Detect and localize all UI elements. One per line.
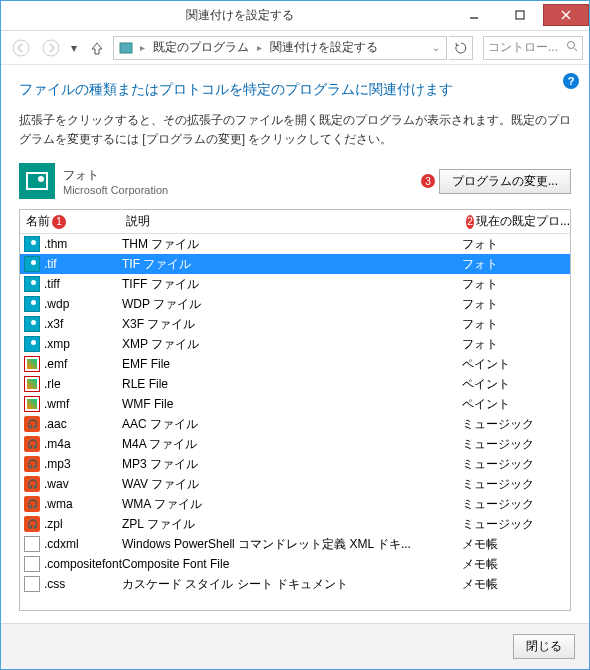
titlebar: 関連付けを設定する bbox=[1, 1, 589, 31]
svg-rect-1 bbox=[516, 11, 524, 19]
desc-cell: XMP ファイル bbox=[122, 336, 462, 353]
svg-point-5 bbox=[43, 40, 59, 56]
program-cell: ペイント bbox=[462, 356, 570, 373]
table-row[interactable]: .m4aM4A ファイルミュージック bbox=[20, 434, 570, 454]
refresh-button[interactable] bbox=[449, 36, 473, 60]
table-row[interactable]: .xmpXMP ファイルフォト bbox=[20, 334, 570, 354]
chevron-right-icon: ▸ bbox=[138, 42, 147, 53]
chevron-down-icon[interactable]: ⌄ bbox=[430, 42, 442, 53]
location-icon bbox=[118, 40, 134, 56]
file-type-icon bbox=[24, 396, 40, 412]
file-type-list: 名前 1 説明 2 現在の既定プロ... .thmTHM ファイルフォト.tif… bbox=[19, 209, 571, 611]
file-type-icon bbox=[24, 376, 40, 392]
file-type-icon bbox=[24, 276, 40, 292]
app-icon bbox=[19, 163, 55, 199]
search-icon bbox=[566, 40, 578, 55]
breadcrumb-item[interactable]: 既定のプログラム bbox=[151, 39, 251, 56]
svg-line-8 bbox=[574, 48, 577, 51]
history-dropdown[interactable]: ▾ bbox=[71, 41, 77, 55]
maximize-button[interactable] bbox=[497, 4, 543, 26]
table-row[interactable]: .aacAAC ファイルミュージック bbox=[20, 414, 570, 434]
search-input[interactable]: コントロー... bbox=[483, 36, 583, 60]
ext-cell: .x3f bbox=[44, 317, 122, 331]
ext-cell: .thm bbox=[44, 237, 122, 251]
ext-cell: .wav bbox=[44, 477, 122, 491]
table-row[interactable]: .rleRLE Fileペイント bbox=[20, 374, 570, 394]
desc-cell: WMA ファイル bbox=[122, 496, 462, 513]
ext-cell: .zpl bbox=[44, 517, 122, 531]
breadcrumb-item[interactable]: 関連付けを設定する bbox=[268, 39, 380, 56]
page-heading: ファイルの種類またはプロトコルを特定のプログラムに関連付けます bbox=[19, 81, 571, 99]
table-row[interactable]: .zplZPL ファイルミュージック bbox=[20, 514, 570, 534]
program-cell: フォト bbox=[462, 236, 570, 253]
program-cell: ミュージック bbox=[462, 436, 570, 453]
ext-cell: .tiff bbox=[44, 277, 122, 291]
help-icon[interactable]: ? bbox=[563, 73, 579, 89]
ext-cell: .emf bbox=[44, 357, 122, 371]
program-cell: フォト bbox=[462, 336, 570, 353]
minimize-button[interactable] bbox=[451, 4, 497, 26]
table-row[interactable]: .x3fX3F ファイルフォト bbox=[20, 314, 570, 334]
column-header-name[interactable]: 名前 1 bbox=[20, 213, 120, 230]
program-cell: ミュージック bbox=[462, 496, 570, 513]
table-row[interactable]: .mp3MP3 ファイルミュージック bbox=[20, 454, 570, 474]
file-type-icon bbox=[24, 336, 40, 352]
navbar: ▾ ▸ 既定のプログラム ▸ 関連付けを設定する ⌄ コントロー... bbox=[1, 31, 589, 65]
table-row[interactable]: .tiffTIFF ファイルフォト bbox=[20, 274, 570, 294]
column-header-desc[interactable]: 説明 bbox=[120, 213, 460, 230]
ext-cell: .cdxml bbox=[44, 537, 122, 551]
annotation-marker-2: 2 bbox=[466, 215, 474, 229]
desc-cell: Windows PowerShell コマンドレット定義 XML ドキ... bbox=[122, 536, 462, 553]
file-type-icon bbox=[24, 456, 40, 472]
close-dialog-button[interactable]: 閉じる bbox=[513, 634, 575, 659]
ext-cell: .css bbox=[44, 577, 122, 591]
ext-cell: .rle bbox=[44, 377, 122, 391]
table-row[interactable]: .emfEMF Fileペイント bbox=[20, 354, 570, 374]
ext-cell: .aac bbox=[44, 417, 122, 431]
desc-cell: Composite Font File bbox=[122, 557, 462, 571]
ext-cell: .compositefont bbox=[44, 557, 122, 571]
file-type-icon bbox=[24, 436, 40, 452]
table-row[interactable]: .tifTIF ファイルフォト bbox=[20, 254, 570, 274]
ext-cell: .tif bbox=[44, 257, 122, 271]
file-type-icon bbox=[24, 416, 40, 432]
file-type-icon bbox=[24, 316, 40, 332]
svg-rect-6 bbox=[120, 43, 132, 53]
desc-cell: AAC ファイル bbox=[122, 416, 462, 433]
program-cell: フォト bbox=[462, 296, 570, 313]
change-program-button[interactable]: プログラムの変更... bbox=[439, 169, 571, 194]
column-header-program[interactable]: 2 現在の既定プロ... bbox=[460, 213, 570, 230]
program-cell: ペイント bbox=[462, 396, 570, 413]
window-title: 関連付けを設定する bbox=[29, 7, 451, 24]
table-row[interactable]: .thmTHM ファイルフォト bbox=[20, 234, 570, 254]
desc-cell: MP3 ファイル bbox=[122, 456, 462, 473]
close-button[interactable] bbox=[543, 4, 589, 26]
ext-cell: .m4a bbox=[44, 437, 122, 451]
table-row[interactable]: .compositefontComposite Font Fileメモ帳 bbox=[20, 554, 570, 574]
back-button[interactable] bbox=[7, 35, 35, 61]
desc-cell: RLE File bbox=[122, 377, 462, 391]
ext-cell: .mp3 bbox=[44, 457, 122, 471]
program-cell: メモ帳 bbox=[462, 556, 570, 573]
up-button[interactable] bbox=[83, 35, 111, 61]
app-publisher: Microsoft Corporation bbox=[63, 184, 168, 196]
desc-cell: THM ファイル bbox=[122, 236, 462, 253]
file-type-icon bbox=[24, 536, 40, 552]
table-row[interactable]: .cdxmlWindows PowerShell コマンドレット定義 XML ド… bbox=[20, 534, 570, 554]
forward-button[interactable] bbox=[37, 35, 65, 61]
table-row[interactable]: .wavWAV ファイルミュージック bbox=[20, 474, 570, 494]
chevron-right-icon: ▸ bbox=[255, 42, 264, 53]
file-type-icon bbox=[24, 496, 40, 512]
app-name: フォト bbox=[63, 167, 168, 184]
desc-cell: TIFF ファイル bbox=[122, 276, 462, 293]
program-cell: フォト bbox=[462, 276, 570, 293]
table-row[interactable]: .cssカスケード スタイル シート ドキュメントメモ帳 bbox=[20, 574, 570, 594]
program-cell: メモ帳 bbox=[462, 576, 570, 593]
table-row[interactable]: .wmfWMF Fileペイント bbox=[20, 394, 570, 414]
breadcrumb[interactable]: ▸ 既定のプログラム ▸ 関連付けを設定する ⌄ bbox=[113, 36, 447, 60]
desc-cell: ZPL ファイル bbox=[122, 516, 462, 533]
program-cell: ミュージック bbox=[462, 416, 570, 433]
table-row[interactable]: .wmaWMA ファイルミュージック bbox=[20, 494, 570, 514]
table-row[interactable]: .wdpWDP ファイルフォト bbox=[20, 294, 570, 314]
file-type-icon bbox=[24, 236, 40, 252]
